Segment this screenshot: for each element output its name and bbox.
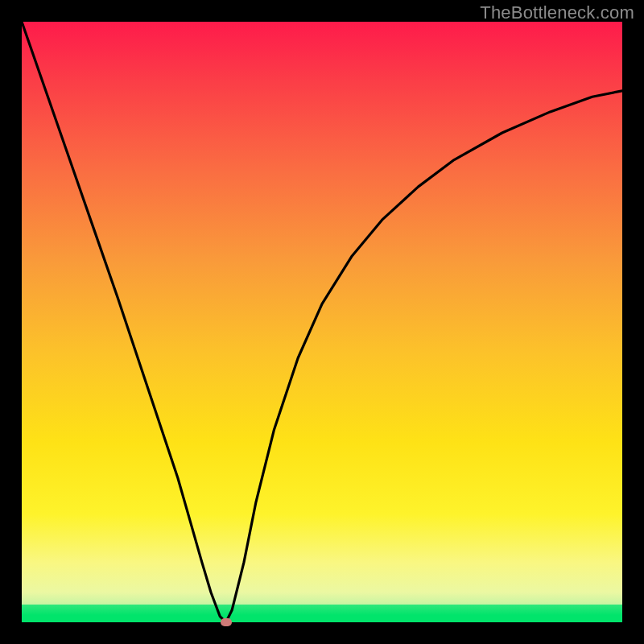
optimal-marker — [221, 618, 232, 626]
plot-area — [22, 22, 622, 622]
bottleneck-curve — [22, 22, 622, 622]
chart-frame: TheBottleneck.com — [0, 0, 644, 644]
watermark-text: TheBottleneck.com — [480, 2, 634, 23]
